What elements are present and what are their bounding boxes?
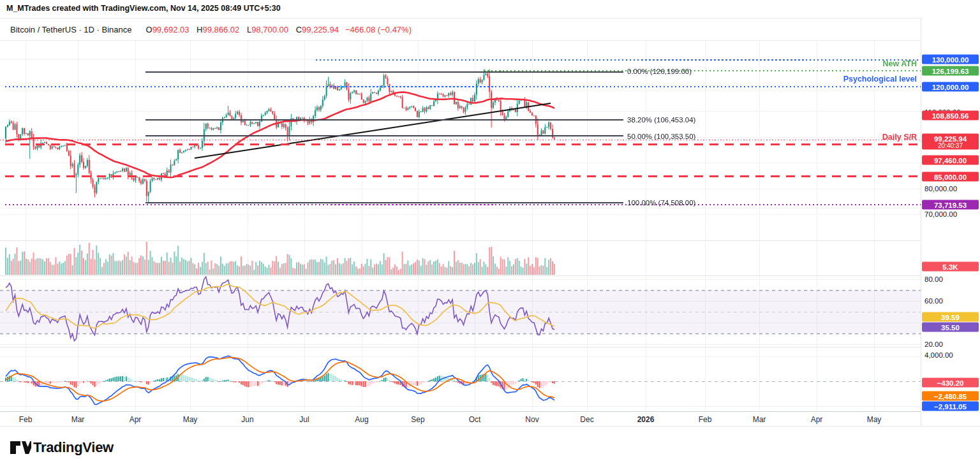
time-axis[interactable]: FebMarAprMayJunJulAugSepOctNovDec2026Feb…: [0, 411, 921, 427]
level-73719[interactable]: [5, 204, 921, 205]
price-label-pill: 85,000.00: [922, 172, 979, 182]
fib-label-1: 38.20% (106,453.04): [627, 116, 695, 124]
price-label-pill: 108,850.56: [922, 111, 979, 121]
axis-month-jul: Jul: [299, 415, 309, 424]
fib-100-line[interactable]: [145, 202, 623, 203]
axis-month-feb: Feb: [699, 415, 712, 424]
price-scale-tick: 20.00: [924, 340, 979, 348]
axis-month-oct: Oct: [469, 415, 481, 424]
axis-month-dec: Dec: [580, 415, 593, 424]
pane-separator[interactable]: [0, 240, 921, 241]
level-psych-120000[interactable]: [5, 86, 921, 87]
fib-label-3: 100.00% (74,508.00): [627, 199, 695, 207]
level-130000[interactable]: [316, 59, 921, 61]
fib-label-2: 50.00% (100,353.50): [627, 133, 695, 140]
pane-separator[interactable]: [0, 275, 921, 276]
axis-month-2026: 2026: [637, 415, 655, 424]
sr-85000-line[interactable]: [5, 175, 921, 177]
price-label-pill: −2,911.05: [922, 402, 979, 411]
price-label-pill: 120,000.00: [922, 82, 979, 92]
note-new-ath: New ATH: [883, 59, 917, 68]
price-scale-tick: 4,000.00: [924, 351, 979, 359]
axis-month-mar: Mar: [71, 415, 85, 424]
axis-month-apr: Apr: [130, 415, 142, 424]
price-label-pill: 39.59: [922, 312, 979, 322]
axis-month-apr: Apr: [811, 415, 823, 424]
tradingview-published-chart: M_MTrades created with TradingView.com, …: [0, 0, 980, 468]
price-label-pill: 5.3K: [922, 262, 979, 272]
fib-382-line[interactable]: [145, 119, 623, 121]
axis-month-mar: Mar: [753, 415, 766, 424]
axis-month-jun: Jun: [241, 415, 253, 424]
axis-month-feb: Feb: [19, 415, 33, 424]
price-label-pill: 130,000.00: [922, 55, 979, 64]
price-scale-tick: 70,000.00: [924, 210, 979, 218]
price-label-pill: 73,719.53: [922, 200, 979, 210]
current-price-pill: 99,225.9420:40:37: [922, 134, 979, 150]
axis-month-sep: Sep: [411, 415, 424, 424]
axis-month-aug: Aug: [355, 415, 368, 424]
axis-month-may: May: [867, 415, 882, 424]
price-scale-tick: 80,000.00: [924, 185, 979, 193]
price-label-pill: −2,480.85: [922, 391, 979, 401]
fib-50-line[interactable]: [145, 135, 623, 136]
price-label-pill: 97,460.00: [922, 156, 979, 165]
price-label-pill: 126,199.63: [922, 66, 979, 76]
price-label-pill: −430.20: [922, 378, 979, 388]
fib-0-line[interactable]: [145, 71, 623, 73]
chart-canvas[interactable]: [0, 0, 921, 426]
price-scale[interactable]: 130,000.00126,199.63120,000.00110,000.00…: [921, 18, 980, 426]
price-label-pill: 35.50: [922, 323, 979, 332]
pane-separator[interactable]: [0, 347, 921, 347]
fib-label-0: 0.00% (126,199.00): [627, 68, 692, 75]
axis-month-nov: Nov: [525, 415, 538, 424]
tradingview-brand-text[interactable]: TradingView: [33, 439, 114, 456]
daily-sr-97460-line[interactable]: [5, 143, 921, 145]
price-scale-tick: 80.00: [924, 275, 979, 283]
note-psychological-level: Psychological level: [843, 75, 917, 84]
note-daily-s-r: Daily S/R: [882, 133, 917, 142]
footer: TradingView: [0, 426, 980, 468]
current-price-line: [0, 140, 921, 140]
axis-month-may: May: [183, 415, 198, 424]
tradingview-logo-icon[interactable]: [10, 439, 31, 456]
price-scale-tick: 60.00: [924, 297, 979, 305]
